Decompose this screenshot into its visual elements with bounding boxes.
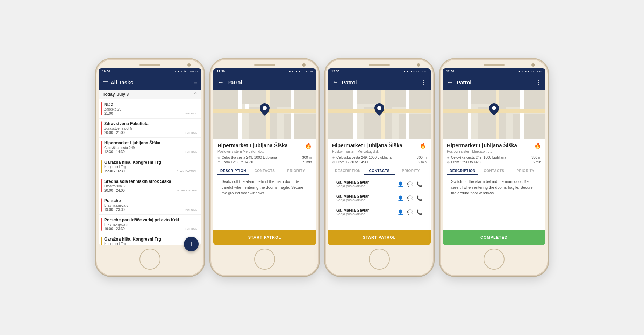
camera-2 [302, 63, 306, 67]
patrol-screen-2: Hipermarket Ljubljana Šiška 🔥 Poslovni s… [213, 90, 316, 245]
patrol-time-val-3: 5 min [418, 160, 427, 164]
svg-rect-33 [471, 90, 496, 104]
task-item[interactable]: Porsche parkirišče zadaj pri avto Krki B… [99, 215, 201, 234]
phone-icon[interactable]: 📞 [416, 195, 422, 201]
task-type: PATROL [185, 227, 197, 230]
nav-bar-3: ← Patrol ⋮ [328, 74, 431, 90]
home-button-1[interactable] [139, 249, 160, 270]
map-area-4 [443, 90, 545, 139]
tab-description-2[interactable]: DESCRIPTION [217, 167, 249, 175]
home-button-4[interactable] [484, 249, 505, 270]
task-item[interactable]: Hipermarket Ljubljana Šiška Celovška ces… [99, 138, 201, 157]
task-item[interactable]: Garažna hiša, Kongresni Trg Kongresni Tr… [99, 157, 201, 176]
more-icon-3[interactable]: ⋮ [421, 79, 427, 86]
patrol-address-2: Celovška cesta 249, 1000 Ljubljana [222, 156, 301, 159]
status-time-4: 12:30 [446, 70, 454, 73]
svg-rect-32 [443, 90, 468, 109]
tab-contacts-3[interactable]: CONTACTS [364, 167, 395, 175]
filter-icon[interactable]: ≡ [194, 79, 197, 85]
status-bar-2: 12:30 ▼▲ ▲▲ ▭ 12:30 [213, 68, 316, 74]
profile-icon[interactable]: 👤 [398, 209, 403, 215]
home-button-3[interactable] [369, 249, 390, 270]
phone-top-4 [443, 64, 545, 66]
signal-icon: ▲▲▲ [174, 70, 183, 73]
tab-contacts-4[interactable]: CONTACTS [478, 167, 510, 175]
wifi-icon: ▼▲ [403, 70, 409, 73]
map-area-3 [328, 90, 431, 139]
clock-icon-3: ⊙ [332, 160, 335, 164]
status-bar-3: 12:30 ▼▲ ▲▲ ▭ 12:30 [328, 68, 431, 74]
status-time-2: 12:30 [217, 70, 225, 73]
description-text-2: Switch off the alarm behind the main doo… [222, 179, 308, 196]
profile-icon[interactable]: 👤 [398, 195, 403, 201]
tab-priority-3[interactable]: PRIORITY [395, 167, 427, 175]
more-icon-4[interactable]: ⋮ [536, 79, 541, 86]
speaker-1 [139, 64, 160, 66]
nav-title-3: Patrol [342, 79, 421, 85]
menu-icon[interactable]: ☰ [103, 78, 108, 86]
camera-1 [187, 63, 191, 67]
phone-top-3 [328, 64, 431, 66]
patrol-distance-2: 300 m [302, 156, 312, 159]
location-icon-2: ◈ [217, 156, 220, 159]
tab-priority-2[interactable]: PRIORITY [280, 167, 312, 175]
status-time-3: 12:30 [331, 70, 339, 73]
svg-rect-26 [406, 90, 409, 139]
patrol-address-3: Celovška cesta 249, 1000 Ljubljana [336, 156, 415, 159]
contact-item: Ga. Mateja Gavtar Vodja poslovalnice 👤 💬… [336, 177, 422, 191]
contact-name: Ga. Mateja Gavtar [336, 194, 398, 198]
start-patrol-button-3[interactable]: START PATROL [328, 230, 431, 245]
tab-content-4: Switch off the alarm behind the main doo… [447, 175, 541, 200]
more-icon[interactable]: ⋮ [306, 79, 312, 86]
tab-contacts-2[interactable]: CONTACTS [249, 167, 280, 175]
speaker-4 [484, 64, 505, 66]
status-icons-1: ▲▲▲ ❉ 100% ▭ [174, 70, 198, 73]
back-icon[interactable]: ← [217, 79, 224, 86]
task-type: PATROL [185, 208, 197, 211]
nav-bar-2: ← Patrol ⋮ [213, 74, 316, 90]
location-icon-4: ◈ [447, 156, 450, 159]
task-name: Garažna hiša, Kongresni Trg [104, 160, 197, 165]
patrol-time-2: From 12:30 to 14:30 [222, 160, 302, 164]
tab-priority-4[interactable]: PRIORITY [510, 167, 541, 175]
tab-content-3: Ga. Mateja Gavtar Vodja poslovalnice 👤 💬… [332, 175, 427, 221]
tab-description-4[interactable]: DESCRIPTION [447, 167, 478, 175]
status-bar-4: 12:30 ▼▲ ▲▲ ▭ 12:30 [443, 68, 545, 74]
date-header: Today, July 3 ⌃ [99, 90, 201, 99]
svg-rect-1 [213, 90, 238, 109]
svg-rect-24 [353, 90, 357, 139]
screen-3: 12:30 ▼▲ ▲▲ ▭ 12:30 ← Patrol ⋮ [328, 68, 431, 245]
task-item[interactable]: NIJZ Zaloška 29 21:00 - PATROL [99, 99, 201, 119]
message-icon[interactable]: 💬 [407, 209, 413, 215]
profile-icon[interactable]: 👤 [398, 181, 403, 187]
patrol-detail-2: Hipermarket Ljubljana Šiška 🔥 Poslovni s… [213, 139, 316, 230]
phone-icon[interactable]: 📞 [416, 181, 422, 187]
tab-description-3[interactable]: DESCRIPTION [332, 167, 364, 175]
map-pin-3 [374, 103, 384, 117]
contact-item: Ga. Mateja Gavtar Vodja poslovalnice 👤 💬… [336, 205, 422, 219]
completed-button[interactable]: COMPLETED [443, 230, 545, 245]
phone-3: 12:30 ▼▲ ▲▲ ▭ 12:30 ← Patrol ⋮ [325, 59, 434, 276]
message-icon[interactable]: 💬 [407, 181, 413, 187]
back-icon-3[interactable]: ← [332, 79, 338, 86]
svg-rect-20 [409, 90, 431, 111]
svg-rect-41 [520, 90, 524, 139]
task-item[interactable]: Porsche Bravničarjeva 5 19:00 - 23:30 PA… [99, 195, 201, 215]
task-type: PATROL [185, 112, 197, 115]
patrol-distance-4: 300 m [531, 156, 541, 159]
task-type: PATROL [185, 150, 197, 154]
location-icon-3: ◈ [332, 156, 335, 159]
task-item[interactable]: Sredna šola tehniških strok Šiška Litost… [99, 176, 201, 195]
phone-icon[interactable]: 📞 [416, 209, 422, 215]
tabs-bar-3: DESCRIPTION CONTACTS PRIORITY [332, 167, 427, 175]
start-patrol-button-2[interactable]: START PATROL [213, 230, 316, 245]
back-icon-4[interactable]: ← [447, 79, 453, 86]
svg-rect-38 [513, 114, 545, 139]
svg-rect-4 [294, 90, 316, 111]
home-button-2[interactable] [254, 249, 275, 270]
task-address: Zaloška 29 [104, 107, 197, 111]
task-item[interactable]: Zdravstvena Fakulteta Zdravstvena pot 5 … [99, 119, 201, 138]
message-icon[interactable]: 💬 [407, 195, 413, 201]
camera-3 [417, 63, 420, 67]
task-name: Hipermarket Ljubljana Šiška [104, 141, 197, 145]
